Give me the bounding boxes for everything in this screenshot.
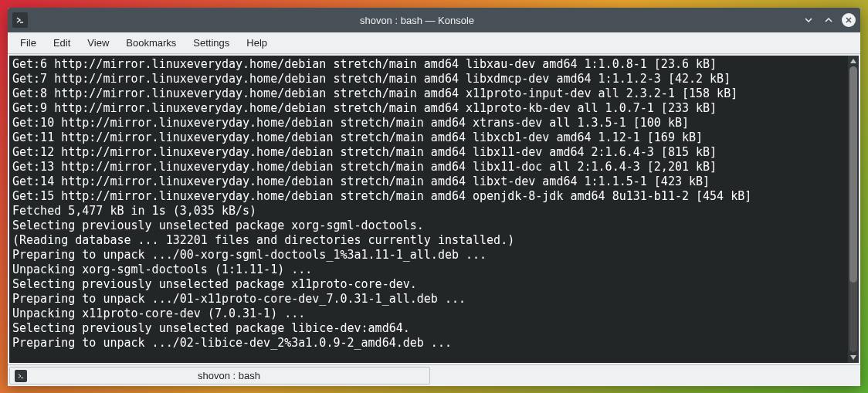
scroll-down-icon[interactable] <box>848 352 859 363</box>
window-title: shovon : bash — Konsole <box>32 15 802 26</box>
close-button[interactable] <box>842 13 856 27</box>
terminal-line: Selecting previously unselected package … <box>12 277 845 292</box>
menu-help[interactable]: Help <box>239 34 275 52</box>
scroll-up-icon[interactable] <box>848 56 859 66</box>
scrollbar-thumb[interactable] <box>849 66 857 283</box>
terminal-line: Get:11 http://mirror.linuxeveryday.home/… <box>12 130 845 145</box>
terminal-line: Get:13 http://mirror.linuxeveryday.home/… <box>12 160 845 174</box>
konsole-window: shovon : bash — Konsole File Edit View B… <box>8 8 860 386</box>
terminal-area: Get:6 http://mirror.linuxeveryday.home/d… <box>8 54 860 364</box>
window-controls <box>802 13 856 27</box>
terminal-line: Get:6 http://mirror.linuxeveryday.home/d… <box>12 57 845 72</box>
minimize-button[interactable] <box>802 13 815 27</box>
terminal-line: (Reading database ... 132201 files and d… <box>12 233 845 248</box>
terminal-line: Get:12 http://mirror.linuxeveryday.home/… <box>12 145 845 160</box>
menu-bookmarks[interactable]: Bookmarks <box>118 34 184 52</box>
terminal-icon <box>15 370 27 382</box>
terminal-line: Get:15 http://mirror.linuxeveryday.home/… <box>12 189 845 204</box>
menubar: File Edit View Bookmarks Settings Help <box>8 32 860 54</box>
terminal-line: Preparing to unpack .../02-libice-dev_2%… <box>12 336 845 351</box>
terminal-line: Preparing to unpack .../00-xorg-sgml-doc… <box>12 248 845 263</box>
tabbar: shovon : bash <box>8 364 860 386</box>
terminal-line: Fetched 5,477 kB in 1s (3,035 kB/s) <box>12 204 845 219</box>
menu-settings[interactable]: Settings <box>185 34 237 52</box>
tab-label: shovon : bash <box>33 370 425 381</box>
terminal-line: Preparing to unpack .../01-x11proto-core… <box>12 292 845 307</box>
menu-edit[interactable]: Edit <box>46 34 78 52</box>
scrollbar[interactable] <box>848 56 859 363</box>
terminal-line: Selecting previously unselected package … <box>12 219 845 233</box>
terminal-line: Get:9 http://mirror.linuxeveryday.home/d… <box>12 101 845 116</box>
terminal-line: Get:8 http://mirror.linuxeveryday.home/d… <box>12 86 845 101</box>
terminal-line: Get:14 http://mirror.linuxeveryday.home/… <box>12 174 845 189</box>
menu-view[interactable]: View <box>80 34 117 52</box>
terminal-output[interactable]: Get:6 http://mirror.linuxeveryday.home/d… <box>9 56 848 363</box>
menu-file[interactable]: File <box>12 34 44 52</box>
maximize-button[interactable] <box>822 13 836 27</box>
app-icon <box>12 12 28 28</box>
terminal-line: Unpacking x11proto-core-dev (7.0.31-1) .… <box>12 307 845 321</box>
terminal-line: Get:10 http://mirror.linuxeveryday.home/… <box>12 116 845 130</box>
tab-session[interactable]: shovon : bash <box>9 367 430 385</box>
terminal-line: Selecting previously unselected package … <box>12 321 845 336</box>
titlebar[interactable]: shovon : bash — Konsole <box>8 8 860 32</box>
terminal-line: Get:7 http://mirror.linuxeveryday.home/d… <box>12 72 845 86</box>
terminal-line: Unpacking xorg-sgml-doctools (1:1.11-1) … <box>12 263 845 277</box>
